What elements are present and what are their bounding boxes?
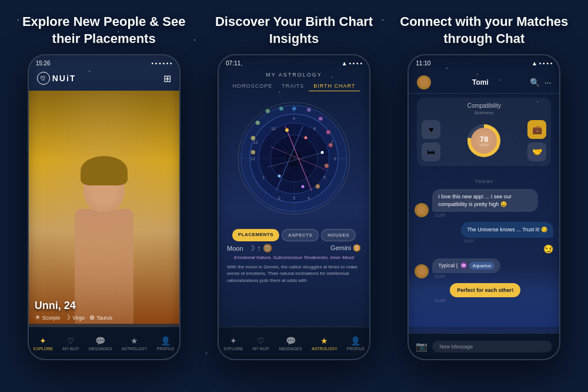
bed-icon-btn[interactable]: 🛏 — [422, 142, 440, 161]
moon-row: Moon ☽ ↑ ♊ Gemini ♊ — [227, 244, 361, 253]
new-message-input[interactable]: New Message — [432, 341, 552, 353]
svg-text:♌: ♌ — [250, 135, 255, 141]
compatibility-card: Compatibility Business ♥ 🛏 78 HIGH — [417, 98, 551, 166]
filter-icon[interactable]: ⊞ — [163, 73, 171, 84]
svg-text:2: 2 — [278, 196, 280, 200]
nav-messages-1[interactable]: 💬 MESSAGES — [89, 336, 112, 351]
phone2-signals: ▲ ▪ ▪ ▪ ▪ — [342, 60, 362, 67]
svg-text:♈: ♈ — [328, 142, 333, 148]
sign-scorpio: ☀ Scorpio — [35, 314, 61, 321]
message-3: Typical ( ♒ Aquarius 11:07 — [415, 258, 553, 278]
phone3-time: 11:10 — [416, 60, 430, 67]
heart-icon-btn[interactable]: ♥ — [422, 120, 440, 139]
nav-mynuit-1[interactable]: ♡ MY NUIT — [62, 336, 79, 351]
scorpio-label: Scorpio — [42, 315, 61, 321]
sign-taurus: ⊕ Taurus — [89, 314, 112, 321]
search-icon[interactable]: 🔍 — [530, 78, 540, 87]
compat-ring: 78 HIGH — [467, 124, 500, 157]
mynuit-label: MY NUIT — [62, 347, 79, 351]
messages-icon-2: 💬 — [286, 336, 296, 346]
nav-explore-2[interactable]: ✦ EXPLORE — [223, 336, 243, 351]
mynuit-icon-2: ♡ — [257, 336, 265, 346]
tab-row: HOROSCOPE TRAITS BIRTH CHART — [219, 81, 369, 91]
aquarius-label: Aquarius — [473, 263, 492, 268]
panel-1-explore: Explore New People & See their Placement… — [16, 14, 192, 378]
svg-text:10: 10 — [271, 127, 276, 131]
camera-icon[interactable]: 📷 — [416, 341, 427, 352]
aspects-btn[interactable]: ASPECTS — [282, 229, 319, 241]
messages-icon: 💬 — [95, 336, 105, 346]
astrology-icon: ★ — [131, 336, 138, 346]
back-avatar — [417, 75, 431, 89]
panel-2-birth-chart: Discover Your Birth Chart Insights 07:11… — [206, 14, 382, 378]
phone-frame-2: 07:11 ▲ ▪ ▪ ▪ ▪ MY ASTROLOGY HOROSCOPE T… — [218, 54, 370, 360]
msg-avatar-1 — [415, 203, 429, 217]
svg-text:♉: ♉ — [323, 163, 329, 168]
svg-text:♓: ♓ — [325, 129, 330, 135]
tab-horoscope[interactable]: HOROSCOPE — [228, 81, 278, 91]
tab-birth-chart[interactable]: BIRTH CHART — [309, 81, 360, 91]
virgo-icon: ☽ — [65, 314, 71, 321]
aquarius-badge: Aquarius — [469, 262, 495, 270]
profile-label-2: PROFILE — [347, 347, 365, 351]
new-msg-placeholder: New Message — [439, 344, 473, 350]
svg-point-46 — [320, 151, 323, 154]
msg-time-2: 11:07 — [461, 239, 553, 243]
msg-content-1: I love this new app! ... I see our compa… — [432, 189, 538, 217]
person-name-badge: Unni, 24 ☀ Scorpio ☽ Virgo ⊕ Taurus — [35, 300, 112, 321]
phone1-nav: ✦ EXPLORE ♡ MY NUIT 💬 MESSAGES ★ ASTROLO… — [29, 327, 179, 359]
phone1-time: 15:26 — [36, 60, 51, 67]
panel-3-title: Connect with your Matches through Chat — [396, 14, 572, 47]
panel-2-title: Discover Your Birth Chart Insights — [206, 14, 382, 47]
more-icon[interactable]: ··· — [544, 78, 552, 87]
nav-mynuit-2[interactable]: ♡ MY NUIT — [252, 336, 269, 351]
compat-sub: Business — [422, 110, 546, 115]
svg-text:1: 1 — [262, 175, 265, 180]
svg-text:3: 3 — [293, 196, 295, 200]
birth-chart-svg: 9 3 12 6 10 8 1 5 2 4 11 7 ♐ ♑ ♒ ♓ — [235, 99, 353, 217]
msg-content-3: Typical ( ♒ Aquarius 11:07 — [432, 258, 500, 278]
profile-icon: 👤 — [161, 336, 171, 346]
placements-btn[interactable]: PLACEMENTS — [232, 229, 279, 241]
placement-buttons: PLACEMENTS ASPECTS HOUSES — [232, 229, 356, 241]
astrology-tabs: MY ASTROLOGY HOROSCOPE TRAITS BIRTH CHAR… — [219, 72, 369, 91]
nav-profile-2[interactable]: 👤 PROFILE — [347, 336, 365, 351]
svg-point-44 — [285, 128, 289, 132]
compat-avatar: 78 HIGH — [471, 128, 497, 154]
message-4-container: Perfect for each other! 11:08 — [432, 283, 553, 303]
msg-time-1: 11:05 — [432, 213, 538, 217]
tab-traits[interactable]: TRAITS — [277, 81, 309, 91]
person-head — [83, 165, 125, 212]
nav-messages-2[interactable]: 💬 MESSAGES — [279, 336, 302, 351]
birth-chart-container: 9 3 12 6 10 8 1 5 2 4 11 7 ♐ ♑ ♒ ♓ — [235, 99, 353, 217]
phone2-time: 07:11 — [226, 60, 240, 67]
svg-text:9: 9 — [293, 117, 295, 121]
svg-text:♏: ♏ — [278, 106, 283, 111]
nav-explore-1[interactable]: ✦ EXPLORE — [34, 336, 53, 351]
phone-frame-1: 15:26 ▪ ▪ ▪ ▪ ▪ ▪ ♡ NUiT ⊞ — [28, 54, 181, 360]
svg-text:4: 4 — [308, 196, 310, 200]
moon-symbols: ☽ ↑ ♊ — [248, 244, 273, 253]
astrology-icon-2: ★ — [320, 336, 328, 346]
moon-sub-text: Emotional Nature, Subconscious Tendencie… — [227, 255, 361, 260]
compat-high-label: HIGH — [480, 143, 489, 147]
profile-icon-2: 👤 — [350, 336, 360, 346]
explore-icon: ✦ — [39, 336, 46, 346]
aquarius-symbol: ♒ — [460, 263, 467, 268]
person-photo: Unni, 24 ☀ Scorpio ☽ Virgo ⊕ Taurus — [29, 91, 179, 324]
aquarius-msg: Typical ( ♒ Aquarius — [432, 258, 500, 273]
handshake-icon-btn[interactable]: 🤝 — [527, 142, 546, 161]
chat-actions: 🔍 ··· — [530, 78, 552, 87]
houses-btn[interactable]: HOUSES — [321, 229, 356, 241]
phone1-header: ♡ NUiT ⊞ — [29, 72, 179, 85]
briefcase-icon-btn[interactable]: 💼 — [527, 120, 546, 139]
nav-profile-1[interactable]: 👤 PROFILE — [157, 336, 175, 351]
mynuit-icon: ♡ — [67, 336, 75, 346]
svg-text:♍: ♍ — [255, 120, 260, 125]
svg-text:♐: ♐ — [291, 106, 296, 111]
phone-frame-3: 11:10 ▲ ▪ ▪ ▪ ▪ Tomi 🔍 ··· Compatibility… — [407, 54, 560, 360]
taurus-icon: ⊕ — [89, 314, 95, 321]
nav-astrology-1[interactable]: ★ ASTROLOGY — [122, 336, 148, 351]
nav-astrology-2[interactable]: ★ ASTROLOGY — [312, 336, 338, 351]
astrology-label: ASTROLOGY — [122, 347, 148, 351]
